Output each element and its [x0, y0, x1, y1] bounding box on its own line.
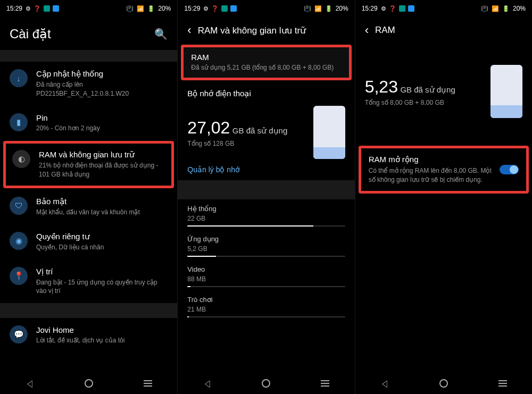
ram-extend-title: RAM mở rộng: [369, 155, 493, 164]
row-icon: 💬: [10, 325, 28, 343]
cat-bar: [187, 316, 345, 317]
help-icon: ❓: [211, 5, 219, 12]
row-sub: Đã nâng cấp lên PD2215BF_EX_A_12.0.8.1.W…: [36, 80, 168, 98]
ram-row[interactable]: RAM Đã sử dụng 5,21 GB (tổng số 8,00 GB …: [184, 47, 348, 78]
storage-category[interactable]: Ứng dụng5,2 GB: [178, 230, 354, 260]
nav-recent-button[interactable]: [492, 373, 513, 394]
status-bar: 15:29 ⚙ ❓ 📳 📶 🔋 20%: [355, 0, 532, 15]
settings-row[interactable]: ◐RAM và không gian lưu trữ21% bộ nhớ điệ…: [6, 144, 171, 186]
nav-back-button[interactable]: ◁: [200, 373, 215, 394]
app-indicator-icon: [221, 5, 228, 12]
help-icon: ❓: [389, 5, 396, 12]
row-icon: ▮: [10, 113, 28, 131]
gear-icon: ⚙: [203, 5, 209, 12]
cat-value: 5,2 GB: [187, 245, 345, 253]
ram-title: RAM: [191, 53, 341, 62]
battery-icon: 🔋: [325, 5, 332, 12]
highlighted-ram-item: RAM Đã sử dụng 5,21 GB (tổng số 8,00 GB …: [181, 45, 351, 80]
cat-bar: [187, 225, 345, 227]
ram-visual: [491, 65, 522, 118]
cat-bar: [187, 256, 345, 257]
settings-row[interactable]: ▮Pin20% - Còn hơn 2 ngày: [0, 106, 177, 140]
row-title: Pin: [36, 113, 168, 122]
download-icon: [230, 5, 237, 12]
back-icon[interactable]: ‹: [365, 24, 369, 36]
row-icon: 🛡: [10, 197, 28, 215]
vibrate-icon: 📳: [304, 5, 311, 12]
cat-label: Hệ thống: [187, 205, 345, 213]
status-time: 15:29: [362, 5, 378, 12]
download-icon: [53, 5, 59, 12]
row-sub: Lời tắt, đề xuất, dịch vụ của tôi: [36, 336, 168, 345]
settings-row[interactable]: 🛡Bảo mậtMật khẩu, dấu vân tay và khuôn m…: [0, 189, 177, 224]
wifi-icon: 📶: [314, 5, 322, 12]
storage-used-number: 27,02: [187, 118, 230, 137]
divider: [0, 50, 177, 55]
app-indicator-icon: [399, 5, 405, 12]
ram-used-number: 5,23: [365, 77, 398, 96]
status-bar: 15:29 ⚙ ❓ 📳 📶 🔋 20%: [0, 0, 177, 15]
storage-visual: [313, 106, 345, 159]
settings-row[interactable]: ↓Cập nhật hệ thốngĐã nâng cấp lên PD2215…: [0, 62, 177, 106]
cat-value: 21 MB: [187, 306, 345, 313]
storage-category[interactable]: Trò chơi21 MB: [178, 290, 354, 321]
cat-bar: [187, 286, 345, 287]
storage-screen: 15:29 ⚙ ❓ 📳 📶 🔋 20% ‹ RAM và không gian …: [177, 0, 354, 394]
battery-icon: 🔋: [502, 5, 510, 12]
row-sub: 20% - Còn hơn 2 ngày: [36, 124, 168, 133]
vibrate-icon: 📳: [126, 5, 134, 12]
nav-recent-button[interactable]: [314, 373, 336, 394]
highlighted-ram-extend: RAM mở rộng Có thể mở rộng RAM lên đến 8…: [359, 146, 529, 194]
cat-label: Trò chơi: [187, 296, 345, 304]
back-icon[interactable]: ‹: [187, 24, 191, 36]
cat-label: Video: [187, 265, 345, 273]
page-title: RAM: [375, 25, 395, 36]
storage-category[interactable]: Video88 MB: [178, 260, 354, 290]
settings-screen: 15:29 ⚙ ❓ 📳 📶 🔋 20% Cài đặt 🔍 ↓Cập nhật …: [0, 0, 177, 394]
storage-used-unit: GB đã sử dụng: [232, 126, 287, 135]
ram-used-unit: GB đã sử dụng: [400, 85, 455, 94]
help-icon: ❓: [34, 5, 41, 12]
vibrate-icon: 📳: [481, 5, 488, 12]
status-time: 15:29: [6, 5, 22, 12]
manage-storage-link[interactable]: Quản lý bộ nhớ: [178, 159, 250, 180]
battery-icon: 🔋: [147, 5, 155, 12]
page-title: Cài đặt: [10, 27, 51, 41]
row-sub: 21% bộ nhớ điện thoại đã được sử dụng - …: [39, 161, 165, 179]
row-title: Vị trí: [36, 267, 168, 276]
status-time: 15:29: [184, 5, 200, 12]
nav-home-button[interactable]: [433, 373, 454, 394]
ram-extend-row[interactable]: RAM mở rộng Có thể mở rộng RAM lên đến 8…: [361, 148, 526, 191]
divider: [178, 180, 354, 199]
storage-total: Tổng số 128 GB: [187, 140, 287, 147]
row-title: Jovi Home: [36, 325, 168, 334]
phone-storage-label: Bộ nhớ điện thoại: [178, 81, 354, 103]
row-sub: Mật khẩu, dấu vân tay và khuôn mặt: [36, 208, 168, 217]
settings-row[interactable]: ◉Quyền riêng tưQuyền, Dữ liệu cá nhân: [0, 224, 177, 259]
row-sub: Quyền, Dữ liệu cá nhân: [36, 243, 168, 252]
row-title: Cập nhật hệ thống: [36, 69, 168, 79]
settings-row[interactable]: 💬Jovi HomeLời tắt, đề xuất, dịch vụ của …: [0, 318, 177, 353]
nav-home-button[interactable]: [255, 373, 277, 394]
search-icon[interactable]: 🔍: [154, 28, 168, 40]
ram-summary: 5,23 GB đã sử dụng Tổng số 8,00 GB + 8,0…: [355, 44, 532, 118]
nav-bar: ◁: [355, 373, 532, 394]
nav-back-button[interactable]: ◁: [22, 373, 37, 394]
cat-label: Ứng dụng: [187, 235, 345, 243]
ram-extend-toggle[interactable]: [500, 165, 519, 174]
page-title: RAM và không gian lưu trữ: [198, 25, 306, 36]
settings-row[interactable]: 📍Vị tríĐang bật - 15 ứng dụng có quyền t…: [0, 259, 177, 304]
cat-value: 22 GB: [187, 215, 345, 222]
nav-recent-button[interactable]: [137, 373, 159, 394]
nav-bar: ◁: [0, 373, 177, 394]
storage-category[interactable]: Hệ thống22 GB: [178, 199, 354, 230]
row-icon: ◉: [10, 232, 28, 250]
status-bar: 15:29 ⚙ ❓ 📳 📶 🔋 20%: [178, 0, 354, 15]
battery-pct: 20%: [158, 5, 171, 12]
row-icon: ↓: [10, 69, 28, 87]
battery-pct: 20%: [336, 5, 348, 12]
row-sub: Đang bật - 15 ứng dụng có quyền truy cập…: [36, 278, 168, 296]
nav-back-button[interactable]: ◁: [377, 373, 392, 394]
app-indicator-icon: [44, 5, 50, 12]
nav-home-button[interactable]: [78, 373, 99, 394]
